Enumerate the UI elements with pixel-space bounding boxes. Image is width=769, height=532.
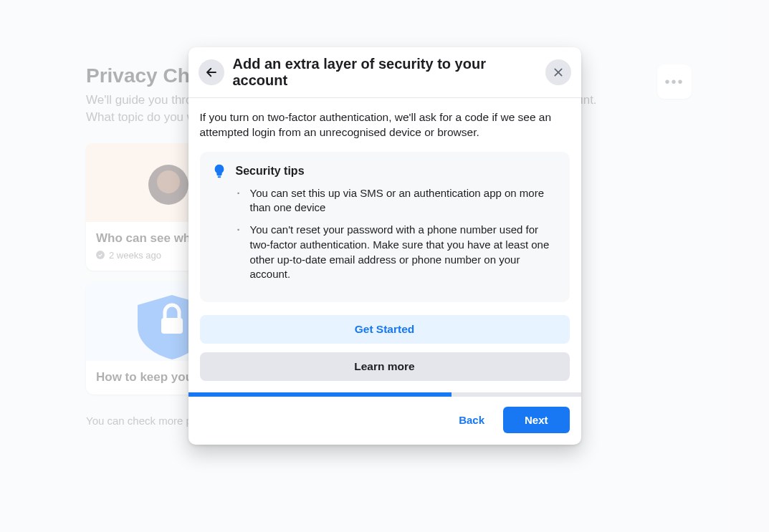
back-button[interactable]: Back [452, 408, 492, 432]
close-icon [553, 67, 564, 78]
modal-intro: If you turn on two-factor authentication… [200, 110, 570, 140]
arrow-left-icon [205, 66, 218, 79]
back-arrow-button[interactable] [199, 59, 224, 85]
lightbulb-icon [211, 163, 227, 179]
learn-more-button[interactable]: Learn more [200, 352, 570, 381]
svg-rect-18 [217, 176, 221, 178]
modal-action-buttons: Get Started Learn more [188, 315, 581, 392]
tip-item: You can't reset your password with a pho… [250, 223, 558, 282]
tip-item: You can set this up via SMS or an authen… [250, 186, 558, 216]
modal-body: If you turn on two-factor authentication… [188, 98, 581, 302]
modal-header: Add an extra layer of security to your a… [188, 47, 581, 98]
next-button[interactable]: Next [503, 407, 570, 433]
security-tips-panel: Security tips You can set this up via SM… [200, 152, 570, 302]
modal-footer: Back Next [188, 397, 581, 445]
modal-title: Add an extra layer of security to your a… [233, 56, 537, 89]
get-started-button[interactable]: Get Started [200, 315, 570, 344]
two-factor-modal: Add an extra layer of security to your a… [188, 47, 581, 445]
tips-title: Security tips [236, 165, 305, 178]
close-button[interactable] [545, 59, 571, 85]
